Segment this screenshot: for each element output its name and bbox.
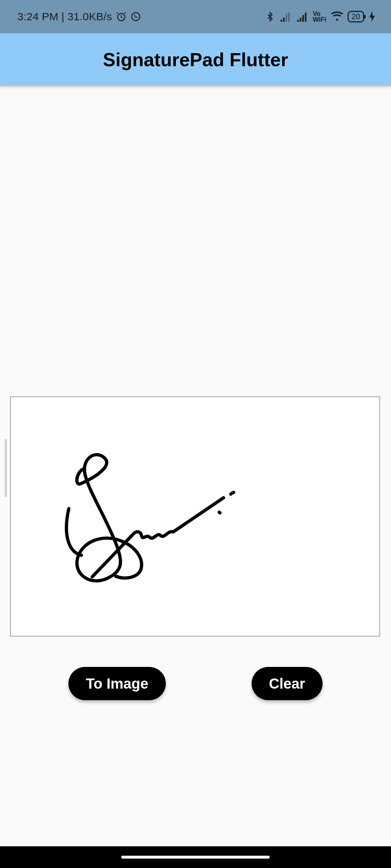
svg-point-1 bbox=[131, 13, 140, 21]
status-bar: 3:24 PM | 31.0KB/s ! Vo WiFi 20 bbox=[0, 0, 391, 33]
svg-text:!: ! bbox=[286, 12, 287, 16]
charging-icon bbox=[369, 11, 376, 22]
wifi-icon bbox=[331, 11, 343, 22]
gesture-pill[interactable] bbox=[121, 856, 270, 859]
status-divider: | bbox=[62, 10, 68, 22]
buttons-row: To Image Clear bbox=[0, 667, 391, 700]
status-bar-left: 3:24 PM | 31.0KB/s bbox=[17, 10, 141, 23]
alarm-icon bbox=[116, 11, 127, 22]
vowifi-label: Vo WiFi bbox=[313, 11, 327, 22]
signal1-icon: ! bbox=[279, 11, 292, 22]
battery-icon: 20 bbox=[348, 11, 364, 22]
signature-pad[interactable] bbox=[10, 396, 380, 637]
bluetooth-icon bbox=[265, 10, 275, 23]
wifi-text: WiFi bbox=[313, 17, 327, 22]
status-net-speed: 31.0KB/s bbox=[67, 10, 112, 22]
status-bar-right: ! Vo WiFi 20 bbox=[265, 10, 376, 23]
to-image-button[interactable]: To Image bbox=[68, 667, 166, 700]
android-nav-bar bbox=[0, 846, 391, 868]
clear-button[interactable]: Clear bbox=[252, 667, 323, 700]
status-time: 3:24 PM | 31.0KB/s bbox=[17, 10, 112, 23]
battery-percent: 20 bbox=[352, 12, 360, 21]
scroll-indicator bbox=[5, 439, 7, 497]
app-title: SignaturePad Flutter bbox=[103, 49, 288, 71]
whatsapp-icon bbox=[130, 11, 141, 22]
status-time-value: 3:24 PM bbox=[17, 10, 58, 22]
signature-stroke bbox=[11, 397, 379, 636]
app-bar: SignaturePad Flutter bbox=[0, 33, 391, 86]
signal2-icon bbox=[296, 11, 308, 22]
